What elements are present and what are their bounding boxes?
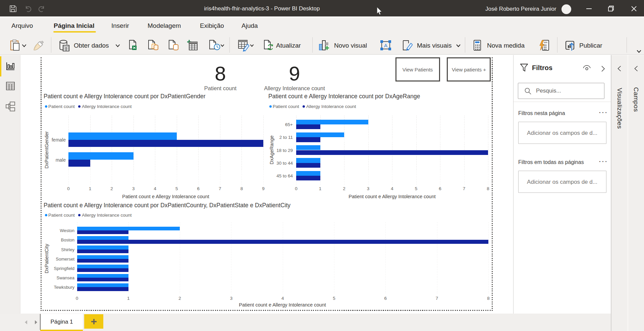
svg-text:A: A: [384, 43, 387, 48]
